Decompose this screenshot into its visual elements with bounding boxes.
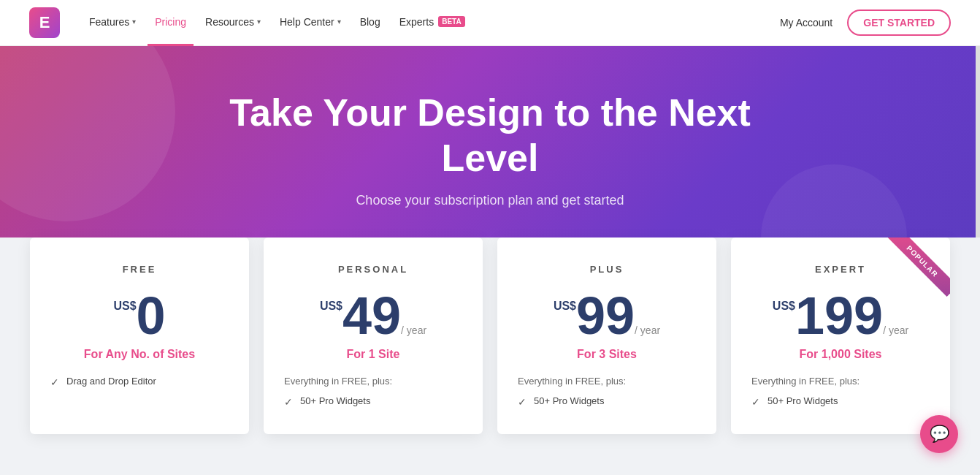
check-icon: ✓ (518, 396, 527, 408)
plan-card-personal: PERSONAL US$49/ year For 1 Site Everythi… (264, 238, 483, 434)
logo[interactable]: E (29, 7, 60, 38)
plan-name-plus: PLUS (518, 264, 696, 275)
feature-text: 50+ Pro Widgets (767, 395, 838, 406)
currency-plus: US$ (554, 300, 576, 313)
chat-button[interactable]: 💬 (920, 415, 958, 453)
price-amount-personal: 49 (342, 286, 401, 345)
hero-subtitle: Choose your subscription plan and get st… (356, 193, 624, 208)
nav-links: Features ▾ Pricing Resources ▾ Help Cent… (82, 0, 472, 46)
chevron-down-icon: ▾ (132, 18, 136, 26)
navbar: E Features ▾ Pricing Resources ▾ Help Ce… (0, 0, 980, 46)
chevron-down-icon: ▾ (257, 18, 261, 26)
my-account-link[interactable]: My Account (780, 17, 832, 28)
currency-personal: US$ (320, 300, 342, 313)
check-icon: ✓ (284, 396, 293, 408)
pricing-cards-grid: FREE US$0 For Any No. of Sites ✓ Drag an… (30, 238, 950, 434)
price-amount-free: 0 (137, 286, 166, 345)
sites-label-free: For Any No. of Sites (50, 348, 229, 361)
chevron-down-icon: ▾ (337, 18, 341, 26)
nav-item-resources[interactable]: Resources ▾ (198, 0, 268, 46)
nav-item-experts[interactable]: Experts BETA (392, 0, 472, 46)
price-amount-plus: 99 (576, 286, 635, 345)
pricing-section: FREE US$0 For Any No. of Sites ✓ Drag an… (0, 238, 980, 475)
price-wrapper-free: US$0 (50, 289, 229, 342)
feature-text: Drag and Drop Editor (66, 376, 156, 387)
features-intro-plus: Everything in FREE, plus: (518, 376, 696, 387)
sites-label-personal: For 1 Site (284, 348, 462, 361)
plan-card-plus: PLUS US$99/ year For 3 Sites Everything … (497, 238, 716, 434)
currency-free: US$ (113, 300, 136, 313)
feature-item: ✓ 50+ Pro Widgets (518, 395, 696, 408)
check-icon: ✓ (50, 376, 59, 388)
nav-item-blog[interactable]: Blog (353, 0, 388, 46)
hero-title: Take Your Design to the Next Level (198, 90, 782, 181)
features-intro-expert: Everything in FREE, plus: (751, 376, 930, 387)
plan-card-free: FREE US$0 For Any No. of Sites ✓ Drag an… (30, 238, 249, 434)
feature-text: 50+ Pro Widgets (534, 395, 604, 406)
chat-icon: 💬 (930, 425, 949, 444)
per-year-personal: / year (401, 324, 426, 336)
logo-letter: E (39, 13, 50, 32)
plan-name-free: FREE (50, 264, 229, 275)
feature-item: ✓ 50+ Pro Widgets (284, 395, 462, 408)
nav-right: My Account GET STARTED (780, 10, 951, 36)
plan-name-personal: PERSONAL (284, 264, 462, 275)
sites-label-plus: For 3 Sites (518, 348, 696, 361)
popular-ribbon: POPULAR (887, 238, 950, 297)
beta-badge: BETA (438, 16, 464, 27)
sites-label-expert: For 1,000 Sites (751, 348, 930, 361)
feature-item: ✓ 50+ Pro Widgets (751, 395, 930, 408)
per-year-expert: / year (883, 324, 908, 336)
feature-item: ✓ Drag and Drop Editor (50, 376, 229, 388)
nav-item-pricing[interactable]: Pricing (148, 0, 194, 46)
popular-ribbon-wrap: POPULAR (884, 238, 950, 303)
plan-card-expert: POPULAR EXPERT US$199/ year For 1,000 Si… (731, 238, 950, 434)
nav-item-features[interactable]: Features ▾ (82, 0, 143, 46)
feature-text: 50+ Pro Widgets (300, 395, 370, 406)
get-started-button[interactable]: GET STARTED (847, 10, 951, 36)
price-wrapper-personal: US$49/ year (284, 289, 462, 342)
currency-expert: US$ (773, 300, 795, 313)
nav-item-help-center[interactable]: Help Center ▾ (272, 0, 348, 46)
price-wrapper-plus: US$99/ year (518, 289, 696, 342)
check-icon: ✓ (751, 396, 760, 408)
price-amount-expert: 199 (795, 286, 883, 345)
per-year-plus: / year (635, 324, 660, 336)
features-intro-personal: Everything in FREE, plus: (284, 376, 462, 387)
